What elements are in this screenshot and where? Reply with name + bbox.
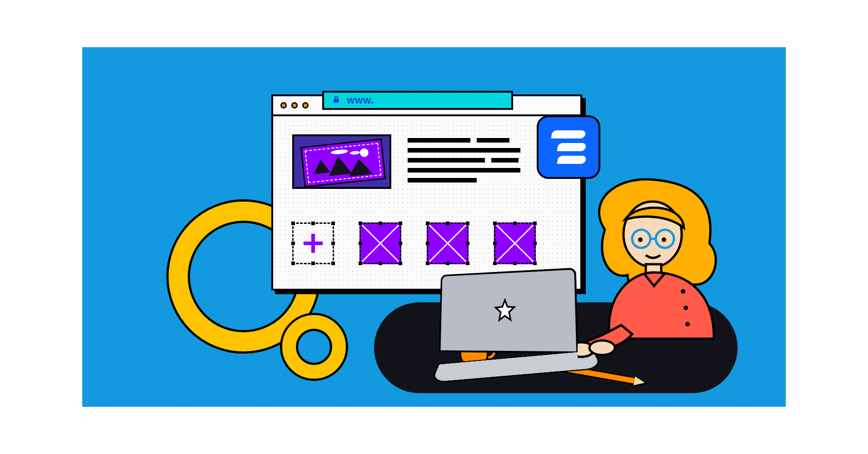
hero-image-frame[interactable] <box>292 134 391 189</box>
logo-stripe <box>557 143 586 151</box>
svg-point-14 <box>638 237 643 242</box>
image-placeholder-box[interactable] <box>359 222 401 264</box>
laptop <box>435 271 575 352</box>
address-bar[interactable]: www. <box>322 91 513 110</box>
image-placeholder-box[interactable] <box>427 222 469 264</box>
hero-image-placeholder[interactable] <box>300 138 386 188</box>
window-dot[interactable] <box>291 102 298 109</box>
image-placeholder-box[interactable] <box>494 222 536 264</box>
laptop-lid <box>439 268 579 354</box>
svg-point-17 <box>681 289 685 294</box>
svg-point-19 <box>685 322 690 326</box>
window-dot[interactable] <box>302 102 309 109</box>
svg-point-1 <box>359 148 369 158</box>
ring-small <box>282 315 346 379</box>
address-text: www. <box>347 94 374 106</box>
plus-icon <box>311 234 315 253</box>
text-placeholder-lines <box>408 138 520 188</box>
lock-icon <box>332 94 340 106</box>
app-logo-badge <box>537 115 600 179</box>
window-controls[interactable] <box>280 102 309 109</box>
window-dot[interactable] <box>280 102 287 109</box>
add-element-box[interactable] <box>292 222 334 264</box>
browser-content <box>273 116 580 289</box>
person-illustration <box>578 175 746 368</box>
logo-stripe <box>551 130 586 138</box>
svg-point-3 <box>349 151 360 155</box>
svg-point-2 <box>331 149 348 155</box>
logo-stripe <box>557 156 586 164</box>
svg-rect-0 <box>334 99 339 103</box>
placeholder-row <box>292 222 536 264</box>
star-icon <box>493 297 518 325</box>
svg-point-18 <box>683 306 688 310</box>
browser-window: www. <box>271 94 582 291</box>
svg-point-15 <box>662 237 666 242</box>
svg-point-21 <box>589 340 615 355</box>
illustration-canvas: www. <box>82 47 786 407</box>
